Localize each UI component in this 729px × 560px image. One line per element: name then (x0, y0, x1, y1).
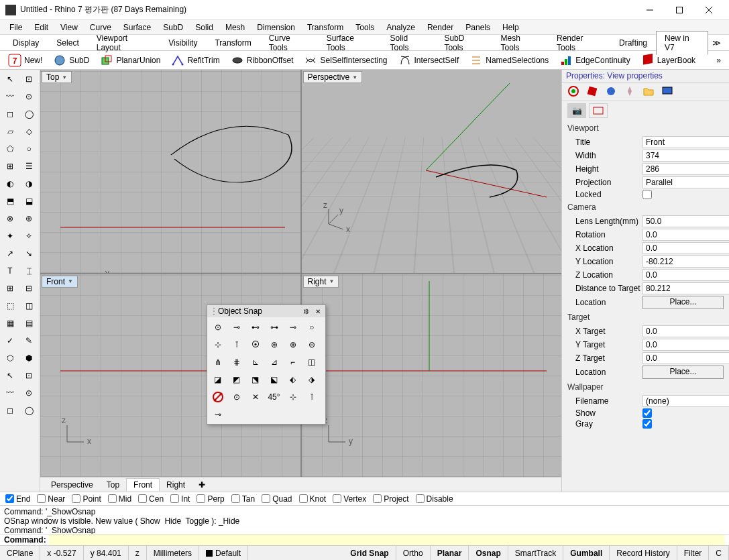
tab-render-tools[interactable]: Render Tools (548, 31, 610, 55)
other-props-tab[interactable] (589, 103, 608, 118)
palette-tool-21[interactable]: ↘ (20, 245, 38, 262)
tab-surface-tools[interactable]: Surface Tools (318, 31, 382, 55)
palette-tool-31[interactable]: ✎ (20, 333, 38, 349)
osnap-tool-6[interactable]: ⊹ (209, 336, 227, 353)
palette-tool-22[interactable]: T (1, 263, 19, 279)
palette-tool-24[interactable]: ⊞ (1, 280, 19, 296)
viewport-right[interactable]: Right ▼ y z (302, 274, 562, 478)
props-input-y-location[interactable] (642, 256, 729, 268)
props-input-z-location[interactable] (642, 269, 729, 281)
status-toggle-gumball[interactable]: Gumball (563, 546, 610, 560)
tab-mesh-tools[interactable]: Mesh Tools (492, 31, 548, 55)
tab-viewport-layout[interactable]: Viewport Layout (88, 31, 160, 55)
palette-tool-23[interactable]: ⌶ (20, 263, 38, 279)
status-toggle-grid-snap[interactable]: Grid Snap (343, 546, 396, 560)
maximize-button[interactable] (665, 1, 694, 19)
status-layer[interactable]: Default (199, 546, 248, 560)
checkbox[interactable] (72, 494, 80, 503)
status-toggle-record-history[interactable]: Record History (610, 546, 677, 560)
osnap-check-cen[interactable]: Cen (138, 494, 164, 504)
palette-tool-12[interactable]: ◐ (1, 176, 19, 192)
status-cplane[interactable]: CPlane (0, 546, 40, 560)
osnap-tool-24[interactable] (209, 388, 227, 405)
palette-tool-17[interactable]: ⊕ (20, 211, 38, 227)
palette-tool-30[interactable]: ✓ (1, 333, 19, 349)
checkbox[interactable] (299, 494, 308, 503)
props-input-title[interactable] (642, 136, 729, 148)
menu-view[interactable]: View (55, 21, 83, 34)
chevron-down-icon[interactable]: ▼ (352, 74, 357, 80)
status-z[interactable]: z (129, 546, 147, 560)
palette-tool-2[interactable]: 〰 (1, 89, 19, 105)
close-button[interactable] (694, 1, 724, 19)
osnap-tool-18[interactable]: ◪ (209, 371, 227, 388)
props-button-place[interactable]: Place... (642, 296, 724, 309)
palette-tool-5[interactable]: ◯ (20, 106, 38, 122)
checkbox[interactable] (333, 494, 341, 503)
status-toggle-osnap[interactable]: Osnap (469, 546, 508, 560)
palette-tool-34[interactable]: ↖ (1, 368, 19, 384)
osnap-tool-12[interactable]: ⋔ (209, 353, 227, 370)
palette-tool-10[interactable]: ⊞ (1, 158, 19, 174)
toolbar-namedselections[interactable]: NamedSelections (465, 52, 553, 68)
palette-tool-38[interactable]: ◻ (1, 402, 19, 418)
object-snap-titlebar[interactable]: ⋮ Object Snap ⚙ ✕ (207, 305, 325, 317)
checkbox[interactable] (197, 494, 205, 503)
toolbar-ribbonoffset[interactable]: RibbonOffset (227, 52, 298, 68)
osnap-tool-30[interactable]: ⊸ (209, 406, 227, 423)
tab-display[interactable]: Display (4, 36, 48, 50)
palette-tool-3[interactable]: ⊙ (20, 89, 38, 105)
osnap-tool-3[interactable]: ⊶ (265, 319, 283, 335)
props-input-z-target[interactable] (642, 352, 729, 364)
props-input-rotation[interactable] (642, 229, 729, 241)
osnap-check-point[interactable]: Point (72, 494, 101, 504)
checkbox[interactable] (5, 494, 14, 503)
osnap-tool-14[interactable]: ⊾ (246, 353, 264, 370)
viewport-top[interactable]: Top ▼ x y (40, 70, 300, 273)
props-check-show[interactable] (642, 408, 652, 418)
viewport-label-top[interactable]: Top ▼ (42, 71, 72, 83)
toolbar-refittrim[interactable]: RefitTrim (167, 52, 223, 68)
light-icon[interactable] (624, 85, 636, 97)
osnap-tool-2[interactable]: ⊷ (246, 319, 264, 335)
status-toggle-ortho[interactable]: Ortho (396, 546, 431, 560)
checkbox[interactable] (170, 494, 179, 503)
add-viewport-icon[interactable]: ✚ (192, 479, 212, 491)
palette-tool-26[interactable]: ⬚ (1, 298, 19, 314)
palette-tool-11[interactable]: ☰ (20, 158, 38, 174)
status-y[interactable]: y 84.401 (84, 546, 129, 560)
checkbox[interactable] (416, 494, 425, 503)
tab-subd-tools[interactable]: SubD Tools (435, 31, 492, 55)
viewport-label-perspective[interactable]: Perspective ▼ (303, 71, 363, 83)
command-input[interactable] (49, 535, 725, 545)
props-select-projection[interactable] (642, 176, 729, 188)
props-filename[interactable] (642, 395, 729, 407)
palette-tool-18[interactable]: ✦ (1, 228, 19, 244)
osnap-check-vertex[interactable]: Vertex (333, 494, 366, 504)
osnap-tool-19[interactable]: ◩ (227, 371, 245, 388)
props-input-width[interactable] (642, 150, 729, 162)
status-units[interactable]: Millimeters (147, 546, 199, 560)
menu-solid[interactable]: Solid (190, 21, 219, 34)
osnap-check-tan[interactable]: Tan (231, 494, 255, 504)
palette-tool-7[interactable]: ◇ (20, 123, 38, 139)
props-input-lens-length-mm-[interactable] (642, 215, 729, 227)
palette-tool-28[interactable]: ▦ (1, 315, 19, 331)
osnap-tool-16[interactable]: ⌐ (284, 353, 302, 370)
palette-tool-39[interactable]: ◯ (20, 402, 38, 418)
vp-tab-perspective[interactable]: Perspective (44, 479, 100, 491)
osnap-tool-13[interactable]: ⋕ (227, 353, 245, 370)
palette-tool-15[interactable]: ⬓ (20, 193, 38, 209)
osnap-tool-27[interactable]: 45° (265, 388, 283, 405)
menu-file[interactable]: File (4, 21, 27, 34)
chevron-down-icon[interactable]: ▼ (62, 74, 67, 80)
props-button-place[interactable]: Place... (642, 366, 724, 379)
toolbar-subd[interactable]: SubD (49, 52, 93, 68)
osnap-tool-15[interactable]: ⊿ (265, 353, 283, 370)
osnap-check-int[interactable]: Int (170, 494, 190, 504)
palette-tool-0[interactable]: ↖ (1, 71, 19, 87)
vp-tab-top[interactable]: Top (100, 479, 126, 491)
object-snap-panel[interactable]: ⋮ Object Snap ⚙ ✕ ⊙⊸⊷⊶⊸○⊹⊺⦿⊛⊕⊖⋔⋕⊾⊿⌐◫◪◩⬔⬕… (207, 304, 326, 425)
status-toggle-c[interactable]: C (709, 546, 729, 560)
osnap-tool-5[interactable]: ○ (302, 319, 321, 335)
